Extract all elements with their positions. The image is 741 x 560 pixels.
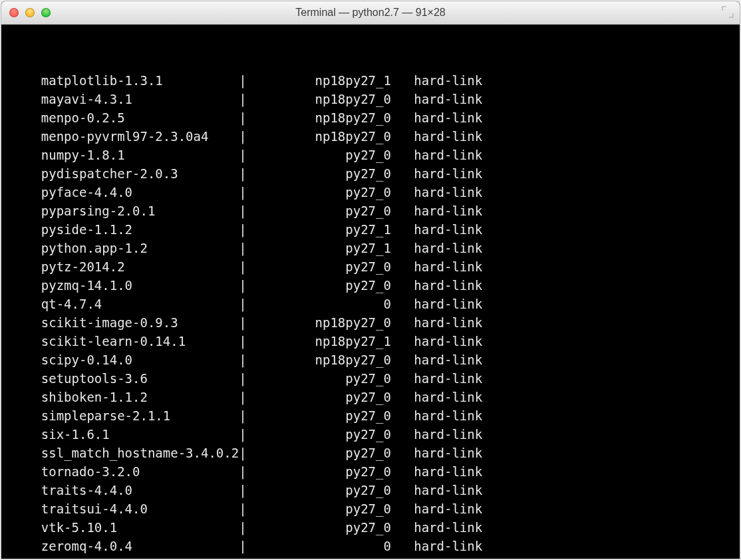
link-type: hard-link	[414, 108, 482, 127]
column-separator: |	[239, 202, 254, 220]
package-build: py27_0	[254, 499, 391, 518]
package-name: setuptools-3.6	[41, 369, 239, 388]
package-row: python.app-1.2|py27_1hard-link	[11, 239, 733, 257]
package-build: py27_0	[254, 518, 391, 537]
package-row: pyzmq-14.1.0|py27_0hard-link	[11, 276, 733, 295]
package-row: simpleparse-2.1.1|py27_0hard-link	[11, 406, 733, 425]
package-name: python.app-1.2	[41, 239, 239, 257]
package-name: tornado-3.2.0	[41, 462, 239, 481]
package-build: 0	[254, 295, 391, 313]
package-name: six-1.6.1	[41, 425, 239, 444]
package-name: pyzmq-14.1.0	[41, 276, 239, 295]
package-row: ssl_match_hostname-3.4.0.2|py27_0hard-li…	[11, 444, 733, 462]
package-build: py27_0	[254, 369, 391, 388]
package-name: numpy-1.8.1	[41, 146, 239, 164]
package-row: zeromq-4.0.4|0hard-link	[11, 537, 733, 555]
package-build: py27_0	[254, 406, 391, 425]
column-separator: |	[239, 295, 254, 313]
close-button[interactable]	[9, 8, 19, 17]
terminal-output[interactable]: matplotlib-1.3.1|np18py27_1hard-linkmaya…	[1, 25, 740, 559]
link-type: hard-link	[414, 425, 482, 444]
package-row: pyface-4.4.0|py27_0hard-link	[11, 183, 733, 202]
link-type: hard-link	[414, 332, 482, 350]
link-type: hard-link	[414, 239, 482, 257]
package-build: np18py27_0	[254, 90, 391, 108]
package-name: pyface-4.4.0	[41, 183, 239, 202]
column-separator: |	[239, 313, 254, 332]
link-type: hard-link	[414, 276, 482, 295]
package-build: py27_0	[254, 146, 391, 164]
link-type: hard-link	[414, 257, 482, 276]
package-build: py27_0	[254, 202, 391, 220]
package-row: tornado-3.2.0|py27_0hard-link	[11, 462, 733, 481]
package-row: menpo-0.2.5|np18py27_0hard-link	[11, 108, 733, 127]
column-separator: |	[239, 108, 254, 127]
package-build: np18py27_0	[254, 313, 391, 332]
package-name: qt-4.7.4	[41, 295, 239, 313]
column-separator: |	[239, 146, 254, 164]
package-build: py27_0	[254, 388, 391, 406]
link-type: hard-link	[414, 220, 482, 239]
link-type: hard-link	[414, 295, 482, 313]
package-name: vtk-5.10.1	[41, 518, 239, 537]
package-build: py27_0	[254, 257, 391, 276]
link-type: hard-link	[414, 481, 482, 499]
link-type: hard-link	[414, 313, 482, 332]
package-build: py27_0	[254, 183, 391, 202]
zoom-button[interactable]	[41, 8, 51, 17]
column-separator: |	[239, 127, 254, 146]
column-separator: |	[239, 406, 254, 425]
package-build: np18py27_0	[254, 108, 391, 127]
column-separator: |	[239, 537, 254, 555]
package-build: py27_0	[254, 276, 391, 295]
package-build: np18py27_0	[254, 127, 391, 146]
column-separator: |	[239, 276, 254, 295]
link-type: hard-link	[414, 90, 482, 108]
link-type: hard-link	[414, 369, 482, 388]
package-name: pyside-1.1.2	[41, 220, 239, 239]
link-type: hard-link	[414, 388, 482, 406]
fullscreen-icon[interactable]	[721, 5, 734, 19]
column-separator: |	[239, 164, 254, 183]
link-type: hard-link	[414, 183, 482, 202]
package-name: menpo-0.2.5	[41, 108, 239, 127]
package-build: py27_1	[254, 239, 391, 257]
package-row: menpo-pyvrml97-2.3.0a4|np18py27_0hard-li…	[11, 127, 733, 146]
titlebar[interactable]: Terminal — python2.7 — 91×28	[1, 1, 740, 25]
package-build: 0	[254, 537, 391, 555]
column-separator: |	[239, 462, 254, 481]
package-build: py27_0	[254, 462, 391, 481]
package-list: matplotlib-1.3.1|np18py27_1hard-linkmaya…	[11, 71, 733, 555]
package-row: traitsui-4.4.0|py27_0hard-link	[11, 499, 733, 518]
package-build: py27_0	[254, 164, 391, 183]
package-row: pyparsing-2.0.1|py27_0hard-link	[11, 202, 733, 220]
link-type: hard-link	[414, 127, 482, 146]
link-type: hard-link	[414, 537, 482, 555]
link-type: hard-link	[414, 406, 482, 425]
link-type: hard-link	[414, 499, 482, 518]
package-name: pyparsing-2.0.1	[41, 202, 239, 220]
package-row: numpy-1.8.1|py27_0hard-link	[11, 146, 733, 164]
package-row: shiboken-1.1.2|py27_0hard-link	[11, 388, 733, 406]
package-row: matplotlib-1.3.1|np18py27_1hard-link	[11, 71, 733, 90]
package-name: menpo-pyvrml97-2.3.0a4	[41, 127, 239, 146]
minimize-button[interactable]	[25, 8, 35, 17]
package-name: simpleparse-2.1.1	[41, 406, 239, 425]
package-row: scikit-learn-0.14.1|np18py27_1hard-link	[11, 332, 733, 350]
package-name: traits-4.4.0	[41, 481, 239, 499]
column-separator: |	[239, 499, 254, 518]
package-row: pytz-2014.2|py27_0hard-link	[11, 257, 733, 276]
column-separator: |	[239, 369, 254, 388]
package-build: py27_1	[254, 220, 391, 239]
package-name: scikit-image-0.9.3	[41, 313, 239, 332]
column-separator: |	[239, 350, 254, 369]
package-build: py27_0	[254, 481, 391, 499]
package-row: pydispatcher-2.0.3|py27_0hard-link	[11, 164, 733, 183]
package-name: traitsui-4.4.0	[41, 499, 239, 518]
package-row: traits-4.4.0|py27_0hard-link	[11, 481, 733, 499]
link-type: hard-link	[414, 444, 482, 462]
package-build: np18py27_0	[254, 350, 391, 369]
package-name: zeromq-4.0.4	[41, 537, 239, 555]
column-separator: |	[239, 518, 254, 537]
link-type: hard-link	[414, 350, 482, 369]
